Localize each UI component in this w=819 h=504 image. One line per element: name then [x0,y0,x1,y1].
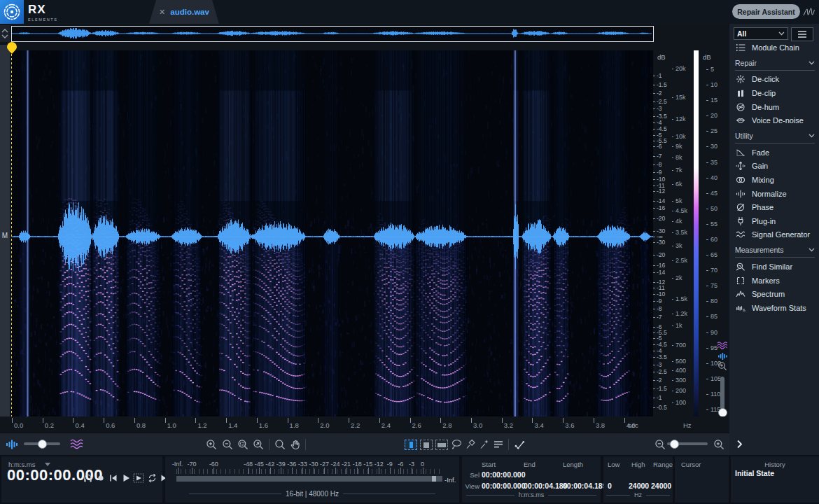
amplitude-tick [653,122,655,123]
module-item-find-similar[interactable]: Find Similar [735,260,815,274]
view-blend-slider-knob[interactable] [38,440,47,449]
spectrum-icon [735,289,746,299]
vertical-zoom-in-icon[interactable] [718,361,727,371]
find-similar-icon [735,262,746,272]
frequency-tick [672,69,673,69]
zoom-out-time-icon[interactable] [222,439,233,450]
amplitude-tick [653,146,655,147]
record-button[interactable] [96,473,106,483]
module-item-gain[interactable]: Gain [735,160,815,174]
instant-process-tool[interactable] [514,439,525,450]
amplitude-scale[interactable]: -1-1-1.5-1.5-2-2-2.5-2.5-3-3-3.5-3.5-4-4… [653,50,671,416]
waveform-view-icon[interactable] [6,439,18,450]
transport-panel: h:m:s.ms 00:00:00.000 [1,456,162,503]
level-meter-panel[interactable]: -Inf.-70-60-48-45-42-39-36-33-30-27-24-2… [165,456,459,503]
module-item-waveform-stats[interactable]: Waveform Stats [735,301,815,315]
overview-canvas[interactable] [12,27,652,40]
module-item-de-click[interactable]: De-click [735,73,815,87]
frequency-selection-tool[interactable] [435,440,448,450]
zoom-fit-icon[interactable] [253,439,264,450]
brush-selection-tool[interactable] [465,439,476,449]
ruler-tick [226,418,227,423]
horizontal-zoom-slider-knob[interactable] [670,440,679,449]
module-item-mixing[interactable]: Mixing [735,173,815,187]
spectrogram-view[interactable] [12,50,653,416]
meter-scale-tick [423,468,424,474]
repair-assistant-button[interactable]: Repair Assistant [732,4,800,19]
ruler-tick-label: 2.0 [320,421,329,429]
play-button[interactable] [121,473,131,483]
view-length-value[interactable]: 00:00:04.189 [563,482,606,490]
frequency-scale[interactable]: 20k15k12k10k9k8k7k6k5k4.5k4k3.5k3k2.5k2k… [671,50,693,416]
spectrogram-view-icon[interactable] [70,439,84,449]
time-ruler[interactable]: 0.00.20.40.60.81.01.21.41.61.82.02.22.42… [0,416,729,433]
go-to-start-button[interactable] [108,473,118,483]
history-item[interactable]: Initial State [735,469,815,480]
plug-in-icon [735,216,746,226]
color-scale-tick-label: 45 [710,190,718,196]
loop-button[interactable] [147,473,158,483]
module-item-phase[interactable]: Phase [735,200,815,214]
view-start-value[interactable]: 00:00:00.000 [482,482,525,490]
magnify-tool-icon[interactable] [274,439,286,450]
panel-expand-button[interactable] [736,440,743,449]
de-hum-icon [735,102,746,112]
freq-unit-label: Hz [634,491,642,498]
module-item-spectrum[interactable]: Spectrum [735,287,815,301]
module-item-label: Phase [752,203,774,211]
low-value[interactable]: 0 [608,482,612,490]
module-item-signal-generator[interactable]: Signal Generator [735,228,815,242]
length-header: Length [563,461,583,468]
module-item-normalize[interactable]: Normalize [735,187,815,201]
waveform-blend-icon[interactable] [718,353,727,360]
sel-start-value[interactable]: 00:00:00.000 [482,470,525,479]
monitor-icon[interactable] [83,473,93,483]
amplitude-tick [653,338,655,339]
amplitude-tick [653,135,655,136]
high-value[interactable]: 24000 [629,482,649,490]
module-menu-button[interactable] [791,27,813,41]
module-filter-select[interactable]: All [734,27,788,40]
section-header-repair[interactable]: Repair [735,56,815,71]
time-frequency-selection-tool[interactable] [420,440,433,450]
zoom-selection-icon[interactable] [237,439,248,450]
selection-time-panel: Start End Length Sel 00:00:00.000 View 0… [462,456,601,503]
module-item-de-hum[interactable]: De-hum [735,100,815,114]
tab-audio-wav[interactable]: ✕ audio.wav [149,0,219,24]
range-value[interactable]: 24000 [651,482,671,490]
lasso-selection-tool[interactable] [451,439,463,449]
time-selection-tool[interactable] [405,440,417,450]
playhead-marker-icon[interactable] [7,42,17,54]
view-end-value[interactable]: 00:00:04.189 [524,482,567,490]
vertical-zoom-slider[interactable] [720,377,724,410]
amplitude-tick-label: -12 [657,279,665,286]
frequency-tick [672,201,673,202]
frequency-tick [672,97,673,98]
adjust-selection-tool[interactable] [493,439,504,449]
color-scale-tick [706,286,708,286]
module-item-de-clip[interactable]: De-clip [735,86,815,100]
section-header-measurements[interactable]: Measurements [735,243,815,258]
grab-hand-tool-icon[interactable] [290,439,301,450]
magic-wand-tool[interactable] [479,439,490,449]
spectrogram-canvas[interactable] [12,50,653,416]
horizontal-zoom-out-icon[interactable] [654,439,666,450]
playhead-line[interactable] [11,54,12,416]
spectrogram-blend-icon[interactable] [717,342,728,349]
play-selection-button[interactable] [133,473,144,483]
overview-collapse-control[interactable] [0,25,10,42]
assistant-scribble-icon[interactable] [802,6,816,18]
meter-scale-tick [314,468,314,474]
module-item-plug-in[interactable]: Plug-in [735,214,815,228]
amplitude-scale-unit: dB [657,53,666,61]
tab-close-icon[interactable]: ✕ [159,8,165,17]
zoom-in-time-icon[interactable] [206,439,217,450]
module-item-module-chain[interactable]: Module Chain [735,41,815,55]
section-header-utility[interactable]: Utility [735,129,815,144]
module-item-voice-de-noise[interactable]: Voice De-noise [735,113,815,127]
overview-waveform[interactable] [11,26,654,42]
module-item-fade[interactable]: Fade [735,146,815,160]
level-meter-bar[interactable] [176,476,442,482]
module-item-markers[interactable]: Markers [735,274,815,288]
horizontal-zoom-in-icon[interactable] [713,439,724,450]
